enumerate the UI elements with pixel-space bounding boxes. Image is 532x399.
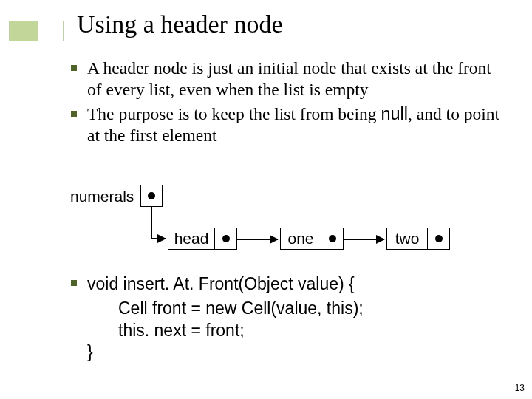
cell-two: two [386, 228, 450, 250]
code-line-4: } [64, 341, 507, 363]
slide: Using a header node A header node is jus… [0, 0, 532, 399]
bullet-2: The purpose is to keep the list from bei… [64, 103, 507, 146]
cell-head-value: head [168, 228, 215, 250]
code-line-1-text: void insert. At. Front(Object value) { [87, 274, 355, 293]
cell-one: one [280, 228, 344, 250]
body-text: A header node is just an initial node th… [64, 58, 507, 150]
slide-title: Using a header node [77, 10, 283, 38]
linked-list-diagram: numerals head one two [70, 188, 499, 262]
arrow-head-to-one [237, 239, 278, 240]
title-deco-outline [9, 21, 64, 41]
numerals-label: numerals [70, 188, 134, 205]
cell-one-value: one [280, 228, 321, 250]
numerals-pointer-box [140, 185, 163, 207]
code-line-3: this. next = front; [64, 320, 507, 341]
dot-icon [148, 192, 155, 200]
dot-icon [329, 235, 336, 242]
bullet-2-text-a: The purpose is to keep the list from bei… [87, 104, 381, 123]
bullet-1-text: A header node is just an initial node th… [87, 58, 491, 99]
code-line-2: Cell front = new Cell(value, this); [64, 298, 507, 319]
cell-two-value: two [386, 228, 428, 250]
bullet-1: A header node is just an initial node th… [64, 58, 507, 100]
page-number: 13 [515, 383, 525, 393]
arrow-segment-down [151, 207, 152, 238]
arrow-one-to-two [344, 239, 384, 240]
cell-head-pointer [215, 228, 237, 250]
cell-two-pointer [428, 228, 450, 250]
dot-icon [222, 235, 230, 242]
code-block: void insert. At. Front(Object value) { C… [64, 273, 507, 364]
dot-icon [435, 235, 443, 242]
bullet-2-null: null [381, 104, 408, 123]
cell-one-pointer [321, 228, 344, 250]
code-line-1: void insert. At. Front(Object value) { [64, 273, 507, 295]
cell-head: head [168, 228, 237, 250]
arrow-segment-right [151, 238, 166, 239]
